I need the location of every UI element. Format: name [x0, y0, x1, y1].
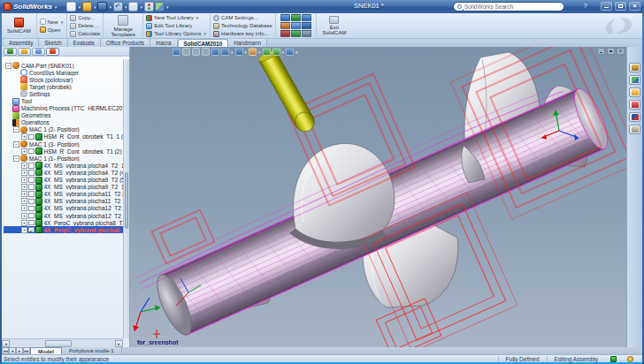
- command-tab-evaluate[interactable]: Evaluate: [68, 39, 102, 47]
- pan-icon[interactable]: [211, 48, 219, 56]
- operation-checkbox[interactable]: [28, 148, 34, 155]
- manage-templates-button[interactable]: Manage Templates: [106, 15, 140, 37]
- quick-tips-icon[interactable]: [627, 356, 633, 362]
- expand-icon[interactable]: +: [21, 163, 27, 169]
- featuremanager-tab[interactable]: [4, 48, 17, 56]
- maximize-button[interactable]: [615, 2, 626, 11]
- delete-button[interactable]: Delete...: [70, 22, 100, 29]
- tree-item[interactable]: +✓4X_PerpC_vybraná plocha8_T2_1 (12): [4, 226, 123, 233]
- simulation-icon[interactable]: [629, 75, 640, 85]
- zoom-to-area-icon[interactable]: [182, 48, 190, 56]
- expand-icon[interactable]: +: [21, 133, 27, 140]
- scroll-left-icon[interactable]: ◂: [2, 340, 10, 347]
- solidcam-toolbar-icon[interactable]: [291, 22, 301, 29]
- tree-vertical-scrollbar[interactable]: [123, 59, 129, 338]
- operation-checkbox[interactable]: [28, 163, 34, 169]
- solidworks-menu-button[interactable]: SolidWorks ▾: [0, 3, 61, 11]
- open-icon[interactable]: [82, 2, 92, 11]
- copy-button[interactable]: Copy...: [70, 14, 100, 21]
- solidcam-button[interactable]: SolidCAM: [4, 18, 34, 34]
- zoom-to-fit-icon[interactable]: [172, 48, 180, 56]
- tree-item[interactable]: −MAC 1 (3- Position): [4, 140, 123, 148]
- expand-icon[interactable]: +: [21, 198, 27, 204]
- apply-scene-icon[interactable]: [272, 48, 280, 56]
- view-settings-icon[interactable]: [286, 48, 294, 56]
- technology-database-button[interactable]: Technology Database: [213, 22, 272, 29]
- tree-item[interactable]: +4X_PerpC_vybraná plocha8_T2 (11): [4, 219, 123, 226]
- minimize-button[interactable]: [601, 2, 612, 11]
- edit-tool-library-button[interactable]: Edit Tool Library: [146, 22, 207, 29]
- tree-item[interactable]: −MAC 1 (2- Position): [4, 126, 123, 133]
- rotate-view-icon[interactable]: [202, 48, 210, 56]
- tree-horizontal-scrollbar[interactable]: ◂ ▸: [2, 338, 123, 347]
- solidcam-toolbar-icon[interactable]: [280, 30, 290, 37]
- operation-checkbox[interactable]: [28, 177, 34, 183]
- machine-setup-icon[interactable]: [629, 100, 640, 110]
- solidcam-toolbar-icon[interactable]: [291, 14, 301, 21]
- solidcam-toolbar-icon[interactable]: [280, 14, 290, 21]
- expand-icon[interactable]: +: [21, 205, 27, 211]
- view-orientation-icon[interactable]: [221, 48, 229, 56]
- rebuild-traffic-light-icon[interactable]: [144, 2, 154, 11]
- expand-icon[interactable]: +: [21, 227, 27, 233]
- solidcam-toolbar-icon[interactable]: [302, 30, 311, 37]
- operation-checkbox[interactable]: [28, 213, 34, 219]
- expand-icon[interactable]: +: [21, 170, 27, 176]
- tab-scroll-left-icon[interactable]: ◂: [9, 347, 16, 354]
- open-part-button[interactable]: Open: [40, 27, 65, 34]
- tree-item[interactable]: +4X_MS_vybraná plocha12_T2_1 (10): [4, 212, 123, 219]
- tree-item[interactable]: −MAC 1 (1- Position): [4, 155, 123, 162]
- command-tab-office-products[interactable]: Office Products: [101, 39, 150, 47]
- document-restore-icon[interactable]: [607, 48, 615, 55]
- operation-checkbox[interactable]: [28, 191, 34, 197]
- hardware-key-info-button[interactable]: Hardware key info...: [213, 30, 272, 37]
- tool-table-icon[interactable]: [629, 87, 640, 97]
- hide-show-items-icon[interactable]: [249, 48, 257, 56]
- propertymanager-tab[interactable]: [18, 48, 31, 56]
- tree-item[interactable]: Settings: [4, 90, 123, 97]
- collapse-icon[interactable]: −: [5, 63, 12, 69]
- scroll-right-icon[interactable]: ▸: [115, 340, 123, 347]
- help-button[interactable]: ?: [584, 2, 587, 10]
- scrollbar-thumb[interactable]: [45, 340, 72, 347]
- tree-item[interactable]: CoordSys Manager: [4, 69, 123, 76]
- command-tab-solidcam2010[interactable]: SolidCAM2010: [178, 39, 229, 47]
- collapse-icon[interactable]: −: [13, 155, 19, 162]
- new-document-icon[interactable]: [66, 2, 76, 11]
- tree-item[interactable]: +4X_MS_vybraná plocha9_T2_1 (6): [4, 184, 123, 191]
- cam-options-icon[interactable]: [629, 125, 640, 134]
- operation-checkbox[interactable]: [28, 184, 34, 190]
- tab-scroll-right-icon[interactable]: ▸: [16, 347, 23, 354]
- expand-icon[interactable]: +: [21, 177, 27, 183]
- cam-settings-button[interactable]: CAM Settings...: [213, 14, 272, 21]
- solidcam-toolbar-icon[interactable]: [291, 30, 301, 37]
- operation-checkbox[interactable]: [28, 134, 34, 140]
- tree-item[interactable]: +HSM_R_Cont_obrobek_T1_1 (1): [4, 133, 123, 140]
- operation-checkbox[interactable]: [28, 199, 34, 205]
- solidcam-toolbar-icon[interactable]: [302, 22, 311, 29]
- tree-item[interactable]: −CAM-Part (SNEK01): [4, 62, 123, 69]
- tree-item[interactable]: +4X_MS_vybraná plocha11_T2 (7): [4, 191, 123, 198]
- bottom-tab-pohybová-studie-1[interactable]: Pohybová studie 1: [62, 347, 122, 354]
- tree-item[interactable]: Geometries: [4, 112, 123, 119]
- calculate-button[interactable]: Calculate: [70, 30, 100, 37]
- cam-views-icon[interactable]: [629, 112, 640, 122]
- expand-icon[interactable]: +: [21, 213, 27, 219]
- new-tool-library-button[interactable]: New Tool Library▾: [146, 14, 207, 21]
- tree-item[interactable]: +4X_MS_vybraná plocha9_T2 (5): [4, 177, 123, 184]
- select-icon[interactable]: [128, 2, 138, 11]
- scrollbar-thumb[interactable]: [125, 172, 128, 229]
- tree-item[interactable]: Stock (polotovar): [4, 76, 123, 83]
- document-close-icon[interactable]: [617, 48, 625, 55]
- command-tab-assembly[interactable]: Assembly: [4, 39, 39, 47]
- tree-item[interactable]: Tool: [4, 97, 123, 104]
- command-tab-macra[interactable]: macra: [150, 39, 178, 47]
- new-part-button[interactable]: New▾: [40, 19, 65, 26]
- operation-checkbox[interactable]: [28, 170, 34, 176]
- document-minimize-icon[interactable]: [597, 48, 605, 55]
- tree-item[interactable]: +4X_MS_vybraná plocha11_T2_1 (8): [4, 198, 123, 205]
- collapse-icon[interactable]: −: [13, 141, 19, 148]
- tree-item[interactable]: Target (obrobek): [4, 83, 123, 90]
- tree-item[interactable]: +HSM_R_Cont_obrobek_T1 (2): [4, 148, 123, 155]
- undo-icon[interactable]: ↶: [113, 2, 123, 11]
